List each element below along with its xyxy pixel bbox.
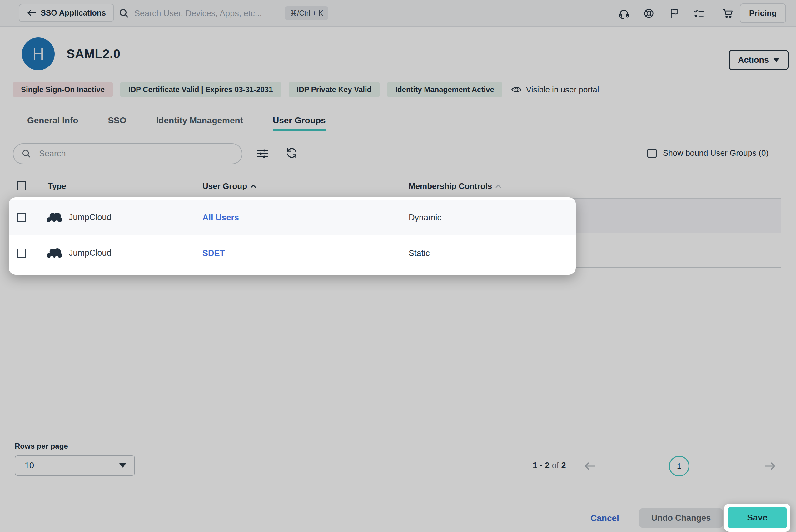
save-button-spotlight: Save [724, 504, 790, 532]
table-row: JumpCloud SDET Static [9, 235, 576, 271]
row-type-label: JumpCloud [69, 248, 112, 258]
jumpcloud-logo-icon [46, 248, 62, 259]
row-checkbox[interactable] [17, 213, 26, 222]
save-button[interactable]: Save [727, 507, 787, 528]
membership-controls-value: Dynamic [409, 213, 441, 222]
membership-controls-value: Static [409, 248, 430, 258]
row-checkbox[interactable] [17, 248, 26, 258]
table-row: JumpCloud All Users Dynamic [9, 200, 576, 235]
row-type-cell: JumpCloud [46, 212, 112, 223]
row-type-label: JumpCloud [69, 213, 112, 222]
jumpcloud-logo-icon [46, 212, 62, 223]
row-type-cell: JumpCloud [46, 248, 112, 259]
user-group-link[interactable]: All Users [202, 213, 239, 222]
user-group-link[interactable]: SDET [202, 248, 225, 258]
highlighted-user-group-rows: JumpCloud All Users Dynamic [9, 197, 576, 275]
